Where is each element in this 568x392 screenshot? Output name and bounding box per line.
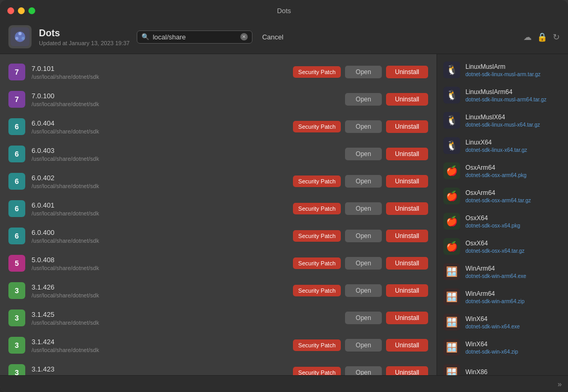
sdk-actions: Security Patch Open Uninstall bbox=[293, 175, 428, 188]
sdk-path: /usr/local/share/dotnet/sdk bbox=[32, 319, 287, 326]
maximize-button[interactable] bbox=[28, 7, 35, 14]
download-icon: 🐧 bbox=[443, 137, 460, 154]
security-patch-button[interactable]: Security Patch bbox=[293, 121, 341, 132]
download-item[interactable]: 🪟 WinX64 dotnet-sdk-win-x64.exe bbox=[437, 310, 568, 335]
version-badge: 6 bbox=[8, 173, 25, 190]
download-item[interactable]: 🪟 WinX64 dotnet-sdk-win-x64.zip bbox=[437, 335, 568, 360]
security-patch-button[interactable]: Security Patch bbox=[293, 339, 341, 351]
uninstall-button[interactable]: Uninstall bbox=[386, 339, 428, 352]
sdk-info: 3.1.425 /usr/local/share/dotnet/sdk bbox=[32, 311, 287, 326]
uninstall-button[interactable]: Uninstall bbox=[386, 175, 428, 188]
sdk-info: 6.0.403 /usr/local/share/dotnet/sdk bbox=[32, 147, 287, 162]
security-patch-button[interactable]: Security Patch bbox=[293, 257, 341, 269]
security-patch-button[interactable]: Security Patch bbox=[293, 285, 341, 296]
download-info: OsxX64 dotnet-sdk-osx-x64.pkg bbox=[465, 214, 562, 229]
open-button[interactable]: Open bbox=[345, 93, 382, 106]
sdk-row: 6 6.0.402 /usr/local/share/dotnet/sdk Se… bbox=[0, 168, 437, 195]
cancel-button[interactable]: Cancel bbox=[260, 33, 285, 41]
uninstall-button[interactable]: Uninstall bbox=[386, 312, 428, 324]
download-name: OsxArm64 bbox=[465, 164, 562, 171]
download-item[interactable]: 🐧 LinuxX64 dotnet-sdk-linux-x64.tar.gz bbox=[437, 133, 568, 158]
uninstall-button[interactable]: Uninstall bbox=[386, 284, 428, 297]
sdk-version: 3.1.425 bbox=[32, 311, 287, 318]
uninstall-button[interactable]: Uninstall bbox=[386, 93, 428, 106]
security-patch-button[interactable]: Security Patch bbox=[293, 66, 341, 78]
open-button[interactable]: Open bbox=[345, 312, 382, 324]
download-name: WinArm64 bbox=[465, 265, 562, 272]
open-button[interactable]: Open bbox=[345, 202, 382, 215]
open-button[interactable]: Open bbox=[345, 175, 382, 188]
download-icon: 🪟 bbox=[443, 339, 460, 356]
open-button[interactable]: Open bbox=[345, 284, 382, 297]
search-clear-button[interactable]: ✕ bbox=[240, 33, 248, 40]
download-info: WinX64 dotnet-sdk-win-x64.zip bbox=[465, 341, 562, 355]
uninstall-button[interactable]: Uninstall bbox=[386, 257, 428, 270]
open-button[interactable]: Open bbox=[345, 339, 382, 352]
close-button[interactable] bbox=[7, 7, 14, 14]
download-name: OsxX64 bbox=[465, 240, 562, 247]
cloud-icon[interactable]: ☁ bbox=[523, 32, 532, 42]
download-icon: 🪟 bbox=[443, 288, 460, 305]
security-patch-button[interactable]: Security Patch bbox=[293, 176, 341, 187]
sdk-version: 6.0.402 bbox=[32, 174, 287, 182]
minimize-button[interactable] bbox=[18, 7, 25, 14]
open-button[interactable]: Open bbox=[345, 230, 382, 242]
download-file: dotnet-sdk-win-x64.exe bbox=[465, 324, 562, 329]
download-item[interactable]: 🍎 OsxArm64 dotnet-sdk-osx-arm64.tar.gz bbox=[437, 183, 568, 209]
uninstall-button[interactable]: Uninstall bbox=[386, 120, 428, 133]
open-button[interactable]: Open bbox=[345, 366, 382, 375]
download-item[interactable]: 🐧 LinuxMuslArm dotnet-sdk-linux-musl-arm… bbox=[437, 57, 568, 82]
main-content: 7 7.0.101 /usr/local/share/dotnet/sdk Se… bbox=[0, 54, 568, 375]
sdk-info: 3.1.426 /usr/local/share/dotnet/sdk bbox=[32, 283, 287, 298]
svg-point-3 bbox=[22, 37, 25, 40]
expand-button[interactable]: » bbox=[557, 380, 562, 388]
sdk-actions: Security Patch Open Uninstall bbox=[293, 120, 428, 133]
sdk-info: 7.0.101 /usr/local/share/dotnet/sdk bbox=[32, 65, 287, 80]
sdk-row: 3 3.1.424 /usr/local/share/dotnet/sdk Se… bbox=[0, 332, 437, 359]
uninstall-button[interactable]: Uninstall bbox=[386, 202, 428, 215]
download-icon: 🪟 bbox=[443, 364, 460, 375]
sdk-version: 6.0.401 bbox=[32, 201, 287, 209]
open-button[interactable]: Open bbox=[345, 66, 382, 78]
open-button[interactable]: Open bbox=[345, 148, 382, 160]
download-item[interactable]: 🍎 OsxX64 dotnet-sdk-osx-x64.tar.gz bbox=[437, 234, 568, 259]
download-file: dotnet-sdk-win-x64.zip bbox=[465, 349, 562, 355]
download-item[interactable]: 🪟 WinArm64 dotnet-sdk-win-arm64.zip bbox=[437, 284, 568, 310]
app-icon bbox=[8, 25, 32, 48]
lock-icon[interactable]: 🔒 bbox=[537, 32, 547, 42]
version-badge: 5 bbox=[8, 255, 25, 272]
download-info: WinArm64 dotnet-sdk-win-arm64.exe bbox=[465, 265, 562, 279]
sdk-list: 7 7.0.101 /usr/local/share/dotnet/sdk Se… bbox=[0, 54, 437, 375]
window-title: Dots bbox=[277, 7, 291, 15]
download-file: dotnet-sdk-linux-musl-arm64.tar.gz bbox=[465, 97, 562, 102]
download-item[interactable]: 🪟 WinX86 bbox=[437, 360, 568, 375]
uninstall-button[interactable]: Uninstall bbox=[386, 66, 428, 78]
download-info: WinX64 dotnet-sdk-win-x64.exe bbox=[465, 315, 562, 329]
download-file: dotnet-sdk-osx-arm64.tar.gz bbox=[465, 198, 562, 203]
download-info: OsxArm64 dotnet-sdk-osx-arm64.pkg bbox=[465, 164, 562, 178]
security-patch-button[interactable]: Security Patch bbox=[293, 203, 341, 214]
security-patch-button[interactable]: Security Patch bbox=[293, 230, 341, 242]
download-name: WinX64 bbox=[465, 315, 562, 323]
download-item[interactable]: 🪟 WinArm64 dotnet-sdk-win-arm64.exe bbox=[437, 259, 568, 284]
security-patch-button[interactable]: Security Patch bbox=[293, 367, 341, 375]
download-name: OsxX64 bbox=[465, 214, 562, 222]
search-bar[interactable]: 🔍 local/share ✕ bbox=[137, 30, 252, 44]
refresh-icon[interactable]: ↻ bbox=[553, 32, 560, 42]
app-name: Dots bbox=[39, 28, 129, 39]
open-button[interactable]: Open bbox=[345, 120, 382, 133]
sdk-info: 6.0.400 /usr/local/share/dotnet/sdk bbox=[32, 229, 287, 244]
uninstall-button[interactable]: Uninstall bbox=[386, 230, 428, 242]
download-info: LinuxX64 dotnet-sdk-linux-x64.tar.gz bbox=[465, 139, 562, 153]
download-info: WinArm64 dotnet-sdk-win-arm64.zip bbox=[465, 290, 562, 304]
sdk-actions: Security Patch Open Uninstall bbox=[293, 230, 428, 242]
download-info: WinX86 bbox=[465, 368, 562, 375]
download-item[interactable]: 🐧 LinuxMuslArm64 dotnet-sdk-linux-musl-a… bbox=[437, 82, 568, 108]
sdk-path: /usr/local/share/dotnet/sdk bbox=[32, 128, 287, 135]
open-button[interactable]: Open bbox=[345, 257, 382, 270]
download-item[interactable]: 🍎 OsxArm64 dotnet-sdk-osx-arm64.pkg bbox=[437, 158, 568, 183]
uninstall-button[interactable]: Uninstall bbox=[386, 148, 428, 160]
download-item[interactable]: 🐧 LinuxMuslX64 dotnet-sdk-linux-musl-x64… bbox=[437, 108, 568, 133]
download-item[interactable]: 🍎 OsxX64 dotnet-sdk-osx-x64.pkg bbox=[437, 209, 568, 234]
uninstall-button[interactable]: Uninstall bbox=[386, 366, 428, 375]
